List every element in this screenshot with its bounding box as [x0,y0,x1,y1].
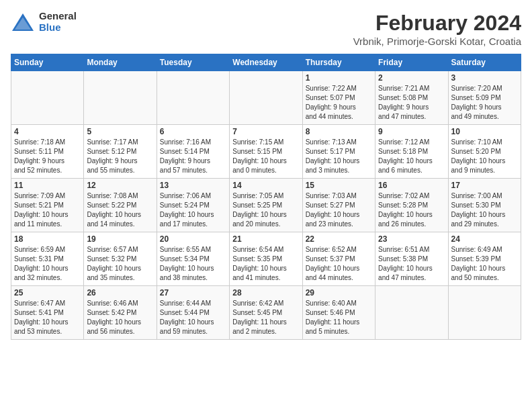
calendar-cell: 1Sunrise: 7:22 AMSunset: 5:07 PMDaylight… [302,71,375,125]
calendar-body: 1Sunrise: 7:22 AMSunset: 5:07 PMDaylight… [11,71,521,340]
day-number: 16 [378,181,445,190]
day-info: Sunrise: 7:08 AMSunset: 5:22 PMDaylight:… [87,191,153,229]
day-number: 28 [232,288,299,298]
day-number: 25 [14,288,81,298]
day-info: Sunrise: 6:54 AMSunset: 5:35 PMDaylight:… [232,245,299,283]
day-info: Sunrise: 6:49 AMSunset: 5:39 PMDaylight:… [451,245,518,283]
calendar-cell: 26Sunrise: 6:46 AMSunset: 5:42 PMDayligh… [84,286,157,340]
title-block: February 2024 Vrbnik, Primorje-Gorski Ko… [353,11,521,47]
logo: General Blue [11,11,77,33]
calendar-cell: 6Sunrise: 7:16 AMSunset: 5:14 PMDaylight… [157,125,229,179]
day-number: 9 [378,127,445,136]
day-number: 18 [14,234,81,244]
day-info: Sunrise: 7:21 AMSunset: 5:08 PMDaylight:… [378,84,445,122]
day-number: 24 [451,234,518,244]
calendar-cell: 10Sunrise: 7:10 AMSunset: 5:20 PMDayligh… [448,125,521,179]
calendar-cell [84,71,157,125]
day-number: 14 [232,181,299,190]
day-info: Sunrise: 6:47 AMSunset: 5:41 PMDaylight:… [14,299,81,336]
day-info: Sunrise: 6:44 AMSunset: 5:44 PMDaylight:… [160,299,226,336]
day-info: Sunrise: 7:00 AMSunset: 5:30 PMDaylight:… [451,191,518,229]
calendar-cell: 2Sunrise: 7:21 AMSunset: 5:08 PMDaylight… [375,71,448,125]
day-number: 15 [306,181,372,190]
day-info: Sunrise: 7:15 AMSunset: 5:15 PMDaylight:… [232,138,299,175]
day-info: Sunrise: 7:13 AMSunset: 5:17 PMDaylight:… [306,138,372,175]
day-info: Sunrise: 7:03 AMSunset: 5:27 PMDaylight:… [306,191,372,229]
calendar-cell: 24Sunrise: 6:49 AMSunset: 5:39 PMDayligh… [448,232,521,286]
calendar-cell: 17Sunrise: 7:00 AMSunset: 5:30 PMDayligh… [448,179,521,232]
calendar-week: 11Sunrise: 7:09 AMSunset: 5:21 PMDayligh… [11,179,521,232]
day-info: Sunrise: 7:02 AMSunset: 5:28 PMDaylight:… [378,191,445,229]
calendar-cell: 11Sunrise: 7:09 AMSunset: 5:21 PMDayligh… [11,179,84,232]
day-info: Sunrise: 6:55 AMSunset: 5:34 PMDaylight:… [160,245,226,283]
day-number: 6 [160,127,226,136]
calendar-cell [11,71,84,125]
calendar-cell: 9Sunrise: 7:12 AMSunset: 5:18 PMDaylight… [375,125,448,179]
day-info: Sunrise: 6:51 AMSunset: 5:38 PMDaylight:… [378,245,445,283]
calendar-cell [448,286,521,340]
calendar-cell: 23Sunrise: 6:51 AMSunset: 5:38 PMDayligh… [375,232,448,286]
calendar-cell: 28Sunrise: 6:42 AMSunset: 5:45 PMDayligh… [230,286,302,340]
calendar-cell: 19Sunrise: 6:57 AMSunset: 5:32 PMDayligh… [84,232,157,286]
day-number: 7 [232,127,299,136]
day-number: 2 [378,73,445,83]
calendar-cell [375,286,448,340]
day-number: 29 [306,288,372,298]
day-number: 26 [87,288,153,298]
logo-text: General Blue [39,11,77,33]
header-day: Sunday [11,54,84,71]
day-info: Sunrise: 7:18 AMSunset: 5:11 PMDaylight:… [14,138,81,175]
calendar-cell: 27Sunrise: 6:44 AMSunset: 5:44 PMDayligh… [157,286,229,340]
header-day: Saturday [448,54,521,71]
day-info: Sunrise: 7:06 AMSunset: 5:24 PMDaylight:… [160,191,226,229]
day-info: Sunrise: 6:42 AMSunset: 5:45 PMDaylight:… [232,299,299,336]
month-year: February 2024 [353,11,521,36]
page-header: General Blue February 2024 Vrbnik, Primo… [11,11,521,47]
day-info: Sunrise: 7:10 AMSunset: 5:20 PMDaylight:… [451,138,518,175]
header-row: SundayMondayTuesdayWednesdayThursdayFrid… [11,54,521,71]
calendar-cell: 22Sunrise: 6:52 AMSunset: 5:37 PMDayligh… [302,232,375,286]
day-info: Sunrise: 7:16 AMSunset: 5:14 PMDaylight:… [160,138,226,175]
day-number: 12 [87,181,153,190]
calendar-cell [157,71,229,125]
calendar-cell: 20Sunrise: 6:55 AMSunset: 5:34 PMDayligh… [157,232,229,286]
logo-blue: Blue [39,22,77,34]
calendar-week: 4Sunrise: 7:18 AMSunset: 5:11 PMDaylight… [11,125,521,179]
day-info: Sunrise: 6:52 AMSunset: 5:37 PMDaylight:… [306,245,372,283]
calendar-week: 1Sunrise: 7:22 AMSunset: 5:07 PMDaylight… [11,71,521,125]
calendar-cell: 25Sunrise: 6:47 AMSunset: 5:41 PMDayligh… [11,286,84,340]
calendar-cell [230,71,302,125]
day-info: Sunrise: 7:22 AMSunset: 5:07 PMDaylight:… [306,84,372,122]
day-number: 27 [160,288,226,298]
day-number: 19 [87,234,153,244]
calendar-week: 18Sunrise: 6:59 AMSunset: 5:31 PMDayligh… [11,232,521,286]
calendar-cell: 8Sunrise: 7:13 AMSunset: 5:17 PMDaylight… [302,125,375,179]
day-number: 10 [451,127,518,136]
day-info: Sunrise: 6:40 AMSunset: 5:46 PMDaylight:… [306,299,372,336]
calendar-cell: 29Sunrise: 6:40 AMSunset: 5:46 PMDayligh… [302,286,375,340]
calendar-cell: 16Sunrise: 7:02 AMSunset: 5:28 PMDayligh… [375,179,448,232]
day-number: 8 [306,127,372,136]
calendar-cell: 21Sunrise: 6:54 AMSunset: 5:35 PMDayligh… [230,232,302,286]
day-info: Sunrise: 7:12 AMSunset: 5:18 PMDaylight:… [378,138,445,175]
logo-icon [11,12,35,32]
header-day: Tuesday [157,54,229,71]
day-number: 20 [160,234,226,244]
day-info: Sunrise: 7:20 AMSunset: 5:09 PMDaylight:… [451,84,518,122]
day-number: 11 [14,181,81,190]
day-number: 22 [306,234,372,244]
logo-general: General [39,11,77,22]
header-day: Monday [84,54,157,71]
header-day: Wednesday [230,54,302,71]
header-day: Friday [375,54,448,71]
day-number: 13 [160,181,226,190]
header-day: Thursday [302,54,375,71]
day-number: 3 [451,73,518,83]
calendar-week: 25Sunrise: 6:47 AMSunset: 5:41 PMDayligh… [11,286,521,340]
calendar-table: SundayMondayTuesdayWednesdayThursdayFrid… [11,54,521,340]
location: Vrbnik, Primorje-Gorski Kotar, Croatia [353,36,521,47]
day-number: 1 [306,73,372,83]
day-info: Sunrise: 7:17 AMSunset: 5:12 PMDaylight:… [87,138,153,175]
day-number: 5 [87,127,153,136]
calendar-cell: 18Sunrise: 6:59 AMSunset: 5:31 PMDayligh… [11,232,84,286]
